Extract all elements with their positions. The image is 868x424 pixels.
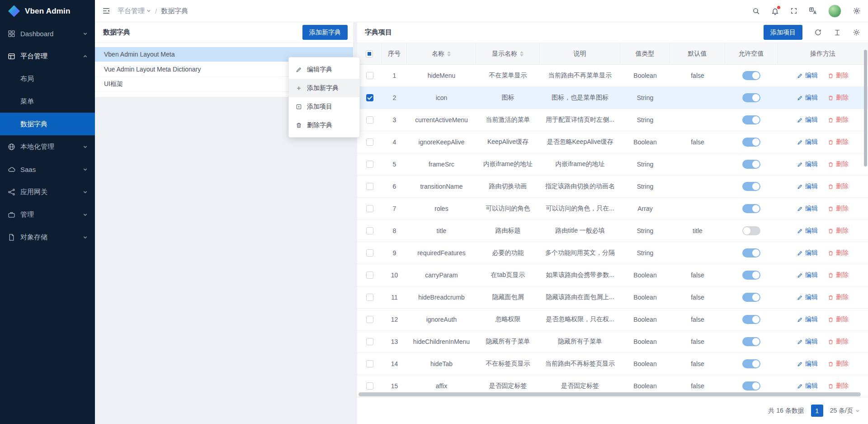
sidebar-item-menu[interactable]: 菜单 — [0, 90, 95, 113]
delete-link[interactable]: 删除 — [828, 71, 849, 80]
table-row[interactable]: 13 hideChildrenInMenu 隐藏所有子菜单 隐藏所有子菜单 Bo… — [357, 331, 868, 353]
nullable-toggle[interactable] — [742, 315, 760, 324]
edit-link[interactable]: 编辑 — [797, 94, 818, 102]
sidebar-item-data-dictionary[interactable]: 数据字典 — [0, 113, 95, 135]
edit-link[interactable]: 编辑 — [797, 182, 818, 191]
edit-link[interactable]: 编辑 — [797, 227, 818, 235]
column-header-name[interactable]: 名称 — [407, 43, 476, 64]
sidebar-item-localization[interactable]: 本地化管理 — [0, 135, 95, 158]
nullable-toggle[interactable] — [742, 337, 760, 346]
table-row[interactable]: 11 hideBreadcrumb 隐藏面包屑 隐藏该路由在面包屑上... Bo… — [357, 286, 868, 309]
nullable-toggle[interactable] — [742, 204, 760, 213]
search-icon[interactable] — [752, 7, 760, 15]
delete-link[interactable]: 删除 — [828, 382, 849, 390]
row-checkbox[interactable] — [366, 116, 373, 124]
context-menu-item-edit-dictionary[interactable]: 编辑字典 — [289, 60, 359, 79]
app-logo[interactable]: Vben Admin — [0, 0, 95, 22]
row-checkbox[interactable] — [366, 227, 373, 234]
delete-link[interactable]: 删除 — [828, 293, 849, 301]
table-row[interactable]: 6 transitionName 路由切换动画 指定该路由切换的动画名 Stri… — [357, 176, 868, 198]
delete-link[interactable]: 删除 — [828, 249, 849, 257]
nullable-toggle[interactable] — [742, 71, 760, 80]
sidebar-item-saas[interactable]: Saas — [0, 158, 95, 181]
delete-link[interactable]: 删除 — [828, 360, 849, 368]
horizontal-scrollbar[interactable] — [359, 392, 861, 396]
nullable-toggle[interactable] — [742, 381, 760, 391]
row-checkbox[interactable] — [366, 161, 373, 168]
table-row[interactable]: 5 frameSrc 内嵌iframe的地址 内嵌iframe的地址 Strin… — [357, 153, 868, 176]
add-item-button[interactable]: 添加项目 — [764, 25, 802, 40]
nullable-toggle[interactable] — [742, 293, 760, 302]
pagination-page-button[interactable]: 1 — [811, 405, 823, 417]
settings-gear-icon[interactable] — [853, 7, 861, 15]
edit-link[interactable]: 编辑 — [797, 338, 818, 346]
sidebar-item-management[interactable]: 管理 — [0, 203, 95, 226]
nullable-toggle[interactable] — [742, 248, 760, 257]
table-row[interactable]: 7 roles 可以访问的角色 可以访问的角色，只在... Array 编辑 删… — [357, 198, 868, 220]
table-row[interactable]: 9 requiredFeatures 必要的功能 多个功能间用英文，分隔 Str… — [357, 242, 868, 264]
edit-link[interactable]: 编辑 — [797, 293, 818, 301]
delete-link[interactable]: 删除 — [828, 116, 849, 124]
row-checkbox[interactable] — [366, 249, 373, 257]
nullable-toggle[interactable] — [742, 160, 760, 169]
row-checkbox[interactable] — [366, 360, 373, 367]
delete-link[interactable]: 删除 — [828, 160, 849, 168]
row-checkbox[interactable] — [366, 316, 373, 323]
delete-link[interactable]: 删除 — [828, 182, 849, 191]
table-row[interactable]: 12 ignoreAuth 忽略权限 是否忽略权限，只在权... Boolean… — [357, 309, 868, 331]
fullscreen-icon[interactable] — [790, 7, 797, 14]
edit-link[interactable]: 编辑 — [797, 160, 818, 168]
sidebar-item-gateway[interactable]: 应用网关 — [0, 181, 95, 203]
nullable-toggle[interactable] — [742, 138, 760, 147]
table-row[interactable]: 1 hideMenu 不在菜单显示 当前路由不再菜单显示 Boolean fal… — [357, 65, 868, 87]
table-row[interactable]: 3 currentActiveMenu 当前激活的菜单 用于配置详情页时左侧..… — [357, 109, 868, 131]
delete-link[interactable]: 删除 — [828, 227, 849, 235]
edit-link[interactable]: 编辑 — [797, 315, 818, 324]
edit-link[interactable]: 编辑 — [797, 71, 818, 80]
user-avatar[interactable] — [828, 5, 841, 18]
translate-icon[interactable] — [809, 7, 817, 15]
sidebar-item-layout[interactable]: 布局 — [0, 67, 95, 90]
column-header-display[interactable]: 显示名称 — [476, 43, 540, 64]
page-size-select[interactable]: 25 条/页 — [830, 407, 860, 415]
context-menu-item-add-item[interactable]: 添加项目 — [289, 97, 359, 116]
sidebar-item-dashboard[interactable]: Dashboard — [0, 22, 95, 45]
table-row[interactable]: 10 carryParam 在tab页显示 如果该路由会携带参数... Bool… — [357, 264, 868, 286]
nullable-toggle[interactable] — [742, 359, 760, 368]
nullable-toggle[interactable] — [742, 115, 760, 124]
sidebar-item-platform[interactable]: 平台管理 — [0, 45, 95, 67]
edit-link[interactable]: 编辑 — [797, 271, 818, 279]
row-checkbox[interactable] — [366, 94, 373, 101]
nullable-toggle[interactable] — [742, 271, 760, 280]
edit-link[interactable]: 编辑 — [797, 249, 818, 257]
column-settings-icon[interactable] — [853, 29, 860, 36]
row-checkbox[interactable] — [366, 382, 373, 390]
row-checkbox[interactable] — [366, 338, 373, 345]
table-row[interactable]: 2 icon 图标 图标，也是菜单图标 String 编辑 删除 — [357, 87, 868, 109]
delete-link[interactable]: 删除 — [828, 315, 849, 324]
row-checkbox[interactable] — [366, 205, 373, 212]
vertical-scrollbar[interactable] — [864, 50, 867, 167]
refresh-icon[interactable] — [814, 29, 822, 36]
edit-link[interactable]: 编辑 — [797, 138, 818, 146]
table-row[interactable]: 14 hideTab 不在标签页显示 当前路由不再标签页显示 Boolean f… — [357, 353, 868, 375]
table-row[interactable]: 8 title 路由标题 路由title 一般必填 String title 编… — [357, 220, 868, 242]
context-menu-item-add-dictionary[interactable]: 添加新字典 — [289, 79, 359, 97]
table-row[interactable]: 4 ignoreKeepAlive KeepAlive缓存 是否忽略KeepAl… — [357, 131, 868, 153]
add-dictionary-button[interactable]: 添加新字典 — [302, 25, 348, 40]
nullable-toggle[interactable] — [742, 93, 760, 102]
breadcrumb-section[interactable]: 平台管理 — [118, 7, 151, 15]
sidebar-item-object-storage[interactable]: 对象存储 — [0, 226, 95, 248]
delete-link[interactable]: 删除 — [828, 205, 849, 213]
edit-link[interactable]: 编辑 — [797, 116, 818, 124]
row-height-icon[interactable] — [834, 29, 841, 36]
notification-bell-icon[interactable] — [771, 7, 779, 15]
row-checkbox[interactable] — [366, 72, 373, 79]
row-checkbox[interactable] — [366, 138, 373, 146]
row-checkbox[interactable] — [366, 183, 373, 190]
delete-link[interactable]: 删除 — [828, 138, 849, 146]
edit-link[interactable]: 编辑 — [797, 205, 818, 213]
menu-fold-icon[interactable] — [102, 7, 110, 15]
context-menu-item-delete-dictionary[interactable]: 删除字典 — [289, 116, 359, 134]
edit-link[interactable]: 编辑 — [797, 382, 818, 390]
